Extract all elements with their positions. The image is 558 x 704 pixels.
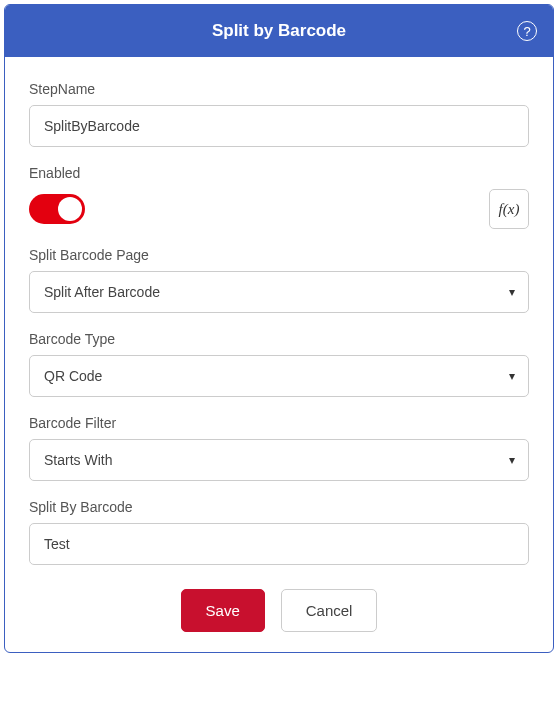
- barcode-filter-select-wrap: Starts With ▾: [29, 439, 529, 481]
- step-name-label: StepName: [29, 81, 529, 97]
- field-barcode-filter: Barcode Filter Starts With ▾: [29, 415, 529, 481]
- split-by-barcode-label: Split By Barcode: [29, 499, 529, 515]
- panel-header: Split by Barcode ?: [5, 5, 553, 57]
- field-split-barcode-page: Split Barcode Page Split After Barcode ▾: [29, 247, 529, 313]
- field-step-name: StepName: [29, 81, 529, 147]
- field-barcode-type: Barcode Type QR Code ▾: [29, 331, 529, 397]
- save-button[interactable]: Save: [181, 589, 265, 632]
- barcode-type-select-wrap: QR Code ▾: [29, 355, 529, 397]
- barcode-filter-label: Barcode Filter: [29, 415, 529, 431]
- enabled-toggle[interactable]: [29, 194, 85, 224]
- help-icon[interactable]: ?: [517, 21, 537, 41]
- barcode-type-select[interactable]: QR Code: [29, 355, 529, 397]
- enabled-row: f(x): [29, 189, 529, 229]
- cancel-button[interactable]: Cancel: [281, 589, 378, 632]
- barcode-type-label: Barcode Type: [29, 331, 529, 347]
- split-barcode-page-select[interactable]: Split After Barcode: [29, 271, 529, 313]
- toggle-knob: [58, 197, 82, 221]
- panel-title: Split by Barcode: [212, 21, 346, 41]
- barcode-filter-select[interactable]: Starts With: [29, 439, 529, 481]
- split-barcode-page-label: Split Barcode Page: [29, 247, 529, 263]
- enabled-label: Enabled: [29, 165, 529, 181]
- fx-button[interactable]: f(x): [489, 189, 529, 229]
- field-split-by-barcode: Split By Barcode: [29, 499, 529, 565]
- panel-body: StepName Enabled f(x) Split Barcode Page…: [5, 57, 553, 652]
- step-name-input[interactable]: [29, 105, 529, 147]
- split-barcode-page-select-wrap: Split After Barcode ▾: [29, 271, 529, 313]
- action-row: Save Cancel: [29, 589, 529, 632]
- field-enabled: Enabled f(x): [29, 165, 529, 229]
- split-by-barcode-input[interactable]: [29, 523, 529, 565]
- split-by-barcode-panel: Split by Barcode ? StepName Enabled f(x)…: [4, 4, 554, 653]
